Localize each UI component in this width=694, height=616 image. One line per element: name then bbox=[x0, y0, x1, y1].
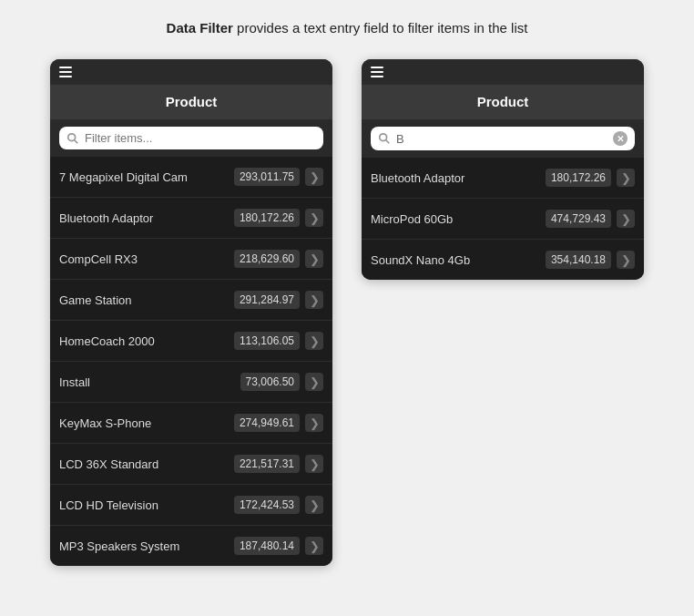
item-name: Install bbox=[59, 375, 240, 389]
left-panel-header: Product bbox=[50, 85, 332, 119]
item-name: KeyMax S-Phone bbox=[59, 416, 234, 430]
left-topbar bbox=[50, 59, 332, 85]
svg-line-3 bbox=[386, 140, 390, 144]
item-name: Game Station bbox=[59, 293, 234, 307]
item-value: 187,480.14 bbox=[234, 537, 300, 555]
list-item[interactable]: HomeCoach 2000 113,106.05 ❯ bbox=[50, 321, 332, 362]
item-name: HomeCoach 2000 bbox=[59, 334, 234, 348]
item-name: LCD 36X Standard bbox=[59, 457, 234, 471]
list-item[interactable]: CompCell RX3 218,629.60 ❯ bbox=[50, 239, 332, 280]
list-item[interactable]: Game Station 291,284.97 ❯ bbox=[50, 280, 332, 321]
item-value: 218,629.60 bbox=[234, 250, 300, 268]
clear-search-icon[interactable]: ✕ bbox=[613, 131, 628, 146]
chevron-right-icon: ❯ bbox=[305, 455, 323, 473]
right-list: Bluetooth Adaptor 180,172.26 ❯ MicroPod … bbox=[362, 158, 644, 280]
list-item[interactable]: LCD 36X Standard 221,517.31 ❯ bbox=[50, 444, 332, 485]
list-item[interactable]: KeyMax S-Phone 274,949.61 ❯ bbox=[50, 403, 332, 444]
page-description: Data Filter provides a text entry field … bbox=[167, 18, 528, 37]
item-name: LCD HD Television bbox=[59, 498, 234, 512]
item-value: 274,949.61 bbox=[234, 414, 300, 432]
item-value: 354,140.18 bbox=[546, 251, 611, 269]
list-item[interactable]: Install 73,006.50 ❯ bbox=[50, 362, 332, 403]
left-search-icon bbox=[66, 132, 79, 145]
item-value: 180,172.26 bbox=[234, 209, 300, 227]
svg-point-0 bbox=[68, 133, 76, 140]
left-list: 7 Megapixel Digital Cam 293,011.75 ❯ Blu… bbox=[50, 157, 332, 566]
right-hamburger-icon[interactable] bbox=[371, 67, 383, 77]
left-search-wrapper[interactable] bbox=[59, 127, 323, 149]
item-name: MP3 Speakers System bbox=[59, 539, 234, 553]
list-item[interactable]: MP3 Speakers System 187,480.14 ❯ bbox=[50, 526, 332, 566]
right-panel-title: Product bbox=[477, 94, 529, 109]
page-title-rest: provides a text entry field to filter it… bbox=[233, 20, 527, 36]
svg-point-2 bbox=[380, 134, 387, 141]
hamburger-menu-icon[interactable] bbox=[59, 67, 72, 77]
item-value: 474,729.43 bbox=[546, 210, 611, 228]
chevron-right-icon: ❯ bbox=[305, 168, 323, 186]
chevron-right-icon: ❯ bbox=[305, 537, 323, 555]
chevron-right-icon: ❯ bbox=[305, 373, 323, 391]
left-panel: Product 7 Megapixel Digital Cam 293,011.… bbox=[50, 59, 332, 566]
list-item[interactable]: Bluetooth Adaptor 180,172.26 ❯ bbox=[362, 158, 644, 199]
item-name: MicroPod 60Gb bbox=[371, 212, 546, 226]
right-panel: Product ✕ Bluetooth Adaptor 180,172.26 ❯… bbox=[362, 59, 644, 280]
item-value: 291,284.97 bbox=[234, 291, 300, 309]
chevron-right-icon: ❯ bbox=[305, 332, 323, 350]
item-name: SoundX Nano 4Gb bbox=[371, 253, 546, 267]
item-value: 73,006.50 bbox=[240, 373, 300, 391]
list-item[interactable]: Bluetooth Adaptor 180,172.26 ❯ bbox=[50, 198, 332, 239]
chevron-right-icon: ❯ bbox=[305, 250, 323, 268]
list-item[interactable]: SoundX Nano 4Gb 354,140.18 ❯ bbox=[362, 240, 644, 280]
item-name: Bluetooth Adaptor bbox=[371, 171, 546, 185]
right-search-wrapper[interactable]: ✕ bbox=[371, 127, 635, 150]
left-search-input[interactable] bbox=[85, 131, 316, 145]
left-panel-title: Product bbox=[166, 94, 218, 109]
list-item[interactable]: LCD HD Television 172,424.53 ❯ bbox=[50, 485, 332, 526]
right-search-input[interactable] bbox=[396, 132, 607, 146]
page-title-bold: Data Filter bbox=[167, 20, 233, 36]
right-search-bar: ✕ bbox=[362, 119, 644, 158]
item-value: 221,517.31 bbox=[234, 455, 300, 473]
item-value: 172,424.53 bbox=[234, 496, 300, 514]
list-item[interactable]: 7 Megapixel Digital Cam 293,011.75 ❯ bbox=[50, 157, 332, 198]
svg-line-1 bbox=[75, 139, 78, 143]
right-search-icon bbox=[378, 132, 391, 145]
left-search-bar bbox=[50, 119, 332, 157]
chevron-right-icon: ❯ bbox=[617, 251, 635, 269]
item-value: 180,172.26 bbox=[546, 169, 611, 187]
panels-row: Product 7 Megapixel Digital Cam 293,011.… bbox=[18, 59, 676, 566]
chevron-right-icon: ❯ bbox=[617, 210, 635, 228]
item-value: 293,011.75 bbox=[234, 168, 300, 186]
chevron-right-icon: ❯ bbox=[305, 209, 323, 227]
list-item[interactable]: MicroPod 60Gb 474,729.43 ❯ bbox=[362, 199, 644, 240]
chevron-right-icon: ❯ bbox=[305, 414, 323, 432]
right-panel-header: Product bbox=[362, 85, 644, 119]
chevron-right-icon: ❯ bbox=[305, 496, 323, 514]
chevron-right-icon: ❯ bbox=[617, 169, 635, 187]
item-name: 7 Megapixel Digital Cam bbox=[59, 170, 234, 184]
chevron-right-icon: ❯ bbox=[305, 291, 323, 309]
item-name: CompCell RX3 bbox=[59, 252, 234, 266]
item-value: 113,106.05 bbox=[234, 332, 300, 350]
item-name: Bluetooth Adaptor bbox=[59, 211, 234, 225]
right-topbar bbox=[362, 59, 644, 85]
